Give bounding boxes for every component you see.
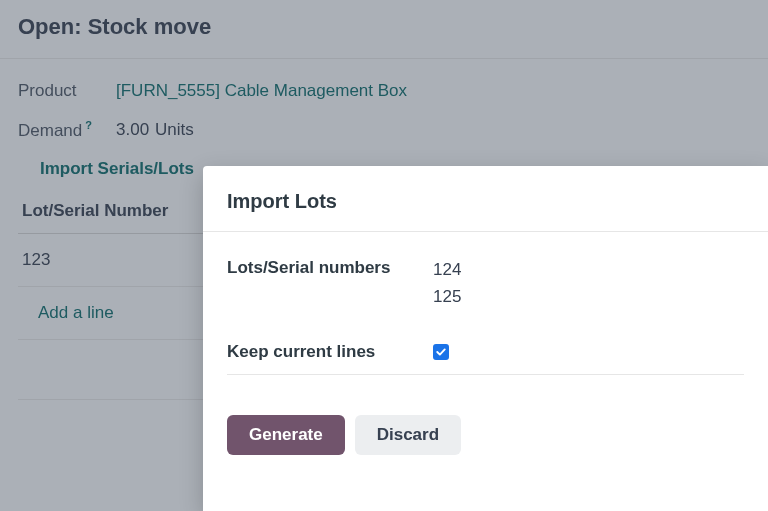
modal-footer: Generate Discard [203, 393, 768, 477]
modal-title: Import Lots [227, 190, 744, 213]
keep-label: Keep current lines [227, 340, 433, 362]
lots-value[interactable]: 124 125 [433, 256, 461, 310]
modal-body: Lots/Serial numbers 124 125 Keep current… [203, 232, 768, 393]
import-lots-modal: Import Lots Lots/Serial numbers 124 125 … [203, 166, 768, 511]
keep-lines-checkbox[interactable] [433, 344, 449, 360]
lots-label: Lots/Serial numbers [227, 256, 433, 278]
field-lots-serials: Lots/Serial numbers 124 125 [227, 256, 744, 310]
check-icon [435, 346, 447, 358]
field-keep-lines: Keep current lines [227, 340, 744, 375]
modal-header: Import Lots [203, 166, 768, 232]
discard-button[interactable]: Discard [355, 415, 461, 455]
generate-button[interactable]: Generate [227, 415, 345, 455]
